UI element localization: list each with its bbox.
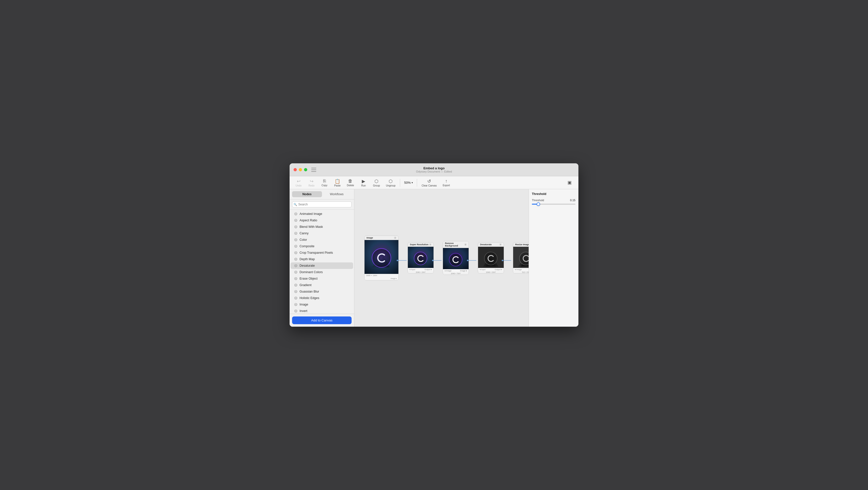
document-title: Embed a logo [416,166,452,170]
slider-track [532,204,576,205]
undo-button[interactable]: ↩ Undo [292,178,305,188]
delete-button[interactable]: 🗑 Delete [344,178,356,188]
document-subtitle: Odyssey Document — Edited [416,170,452,173]
svg-point-32 [372,249,391,267]
node-dims-rs: 512 × 518 [513,271,529,273]
node-close-sr[interactable]: × [429,243,432,246]
sidebar-item-composite[interactable]: Composite [290,243,353,249]
redo-button[interactable]: ↪ Redo [306,178,317,188]
sidebar-item-animated-image[interactable]: Animated Image [290,211,353,217]
node-item-icon [294,303,298,306]
sidebar-item-depth-map[interactable]: Depth Map [290,256,353,263]
node-item-icon [294,290,298,293]
zoom-label: 50% [404,181,411,184]
maximize-button[interactable] [304,168,307,171]
clear-icon: ↺ [427,179,431,184]
paste-button[interactable]: 📋 Paste [332,178,343,188]
export-button[interactable]: ↑ Export [440,178,453,188]
node-remove-bg[interactable]: Remove Background × [443,241,469,275]
delete-icon: 🗑 [348,179,352,184]
sidebar-item-image[interactable]: Image [290,301,353,308]
node-item-icon [294,277,298,280]
node-close-ds[interactable]: × [499,243,502,246]
node-header-image: Image × [365,236,398,240]
sidebar-toggle-button[interactable] [311,168,316,172]
sidebar-item-desaturate[interactable]: Desaturate [290,263,353,269]
sidebar-item-label: Guassian Blur [300,290,319,293]
sidebar-bottom: Add to Canvas [289,314,354,327]
sidebar-list: Animated Image Aspect Ratio Blend With M… [289,210,354,314]
sidebar-item-label: Gradient [300,283,311,287]
search-input[interactable] [292,202,351,207]
toolbar-separator-2 [417,179,417,187]
sidebar-item-aspect-ratio[interactable]: Aspect Ratio [290,217,353,223]
sidebar-item-label: Animated Image [300,212,322,216]
node-footer-sr: ◂ Input Output ▸ [408,268,434,271]
sidebar-item-label: Desaturate [300,264,315,267]
slider-thumb[interactable] [536,203,540,206]
sidebar-item-gradient[interactable]: Gradient [290,282,353,288]
tab-workflows[interactable]: Workflows [322,191,352,197]
sidebar-item-color[interactable]: Color [290,237,353,243]
node-header-rs: Resize Image × [513,243,529,247]
toolbar: ↩ Undo ↪ Redo ⎘ Copy 📋 Paste 🗑 Delete ▶ … [289,176,579,189]
node-image-preview [365,240,398,274]
ungroup-button[interactable]: ⬡ Ungroup [383,178,398,188]
panel-toggle-button[interactable]: ▣ [563,179,576,186]
sidebar-item-label: Image [300,303,308,306]
title-section: Embed a logo Odyssey Document — Edited [416,166,452,173]
node-dims-ds: 2048 × 2047 [478,271,504,273]
svg-point-45 [485,252,497,265]
app-window: Embed a logo Odyssey Document — Edited ↩… [289,163,579,327]
main-area: Nodes Workflows 🔍 Animated Image Asp [289,189,579,327]
run-icon: ▶ [362,179,365,184]
sidebar-item-erase-object[interactable]: Erase Object [290,275,353,282]
sidebar-item-guassian-blur[interactable]: Guassian Blur [290,288,353,295]
node-image[interactable]: Image × [364,236,399,280]
group-icon: ⬡ [374,179,378,184]
sidebar-item-holistic-edges[interactable]: Holistic Edges [290,295,353,301]
zoom-button[interactable]: 50% ▾ [402,180,415,185]
copy-button[interactable]: ⎘ Copy [318,178,331,188]
add-to-canvas-button[interactable]: Add to Canvas [292,316,351,324]
search-icon: 🔍 [293,203,297,206]
node-desaturate[interactable]: Desaturate × [478,242,504,274]
sidebar-item-invert[interactable]: Invert [290,308,353,314]
close-button[interactable] [293,168,297,171]
sidebar-item-canny[interactable]: Canny [290,230,353,237]
canvas-content: Image × [354,189,529,327]
right-panel-title: Threshold [532,192,576,196]
node-item-icon [294,212,298,216]
sidebar-item-crop-transparent-pixels[interactable]: Crop Transparent Pixels [290,249,353,256]
image-preview-svg [365,240,398,274]
node-item-icon [294,245,298,248]
param-row-threshold: Threshold 0.15 [532,199,576,202]
node-resize[interactable]: Resize Image × [513,242,529,274]
node-close-image[interactable]: × [394,237,396,239]
node-item-icon [294,283,298,287]
group-button[interactable]: ⬡ Group [371,178,382,188]
run-button[interactable]: ▶ Run [358,178,370,188]
node-close-rb[interactable]: × [464,243,467,246]
minimize-button[interactable] [299,168,302,171]
clear-canvas-button[interactable]: ↺ Clear Canvas [419,178,439,188]
canvas-area[interactable]: Image × [354,189,529,327]
node-dims-sr: 2048 × 2047 [408,271,434,273]
node-image-rs [513,247,529,268]
slider-threshold[interactable] [532,204,576,205]
sidebar-item-label: Holistic Edges [300,296,319,300]
node-item-icon [294,251,298,254]
node-super-resolution[interactable]: Super Resolution × [408,242,434,274]
node-header-ds: Desaturate × [478,243,504,247]
panel-icon: ▣ [567,180,572,185]
node-item-icon [294,225,298,228]
tab-nodes[interactable]: Nodes [292,191,322,197]
node-item-icon [294,232,298,235]
sidebar-search: 🔍 [289,200,354,210]
sidebar-item-blend-with-mask[interactable]: Blend With Mask [290,223,353,230]
traffic-lights [293,168,307,171]
zoom-chevron-icon: ▾ [411,181,413,184]
sidebar-item-label: Color [300,238,307,242]
node-footer-image: 1605 × 1964 [365,274,398,277]
sidebar-item-dominant-colors[interactable]: Dominant Colors [290,269,353,275]
